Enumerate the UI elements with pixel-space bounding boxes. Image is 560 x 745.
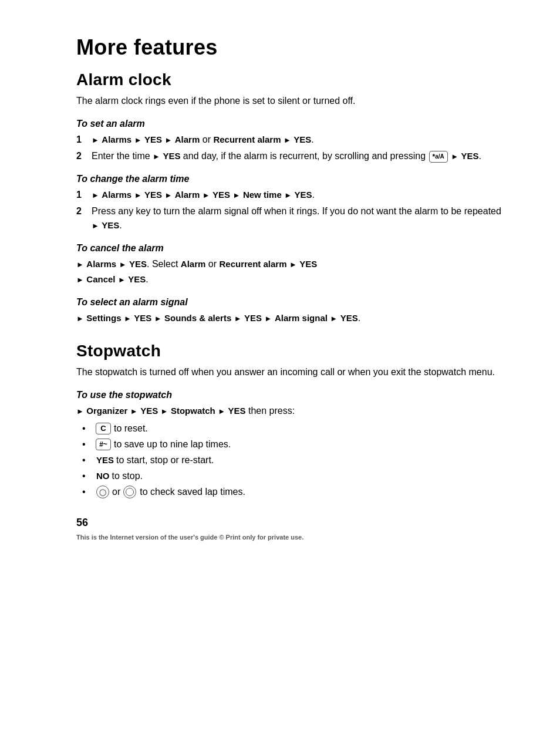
bullet-reset: • C to reset. xyxy=(82,422,501,436)
change-alarm-step2: 2 Press any key to turn the alarm signal… xyxy=(76,204,501,232)
bullet-no: • NO to stop. xyxy=(82,469,501,483)
nav-down-icon xyxy=(123,486,136,498)
change-alarm-step1: 1 ► Alarms ► YES ► Alarm ► YES ► New tim… xyxy=(76,188,501,202)
stopwatch-bullet-list: • C to reset. • #~ to save up to nine la… xyxy=(82,422,501,499)
set-alarm-heading: To set an alarm xyxy=(76,119,501,129)
select-signal-heading: To select an alarm signal xyxy=(76,297,501,308)
cancel-alarm-body: ► Alarms ► YES. Select Alarm or Recurren… xyxy=(76,257,501,286)
set-alarm-step1: 1 ► Alarms ► YES ► Alarm or Recurrent al… xyxy=(76,133,501,147)
use-stopwatch-heading: To use the stopwatch xyxy=(76,390,501,400)
stopwatch-heading: Stopwatch xyxy=(76,342,501,360)
change-alarm-heading: To change the alarm time xyxy=(76,174,501,184)
footer-text: This is the Internet version of the user… xyxy=(76,534,501,541)
use-stopwatch-intro: ► Organizer ► YES ► Stopwatch ► YES then… xyxy=(76,404,501,418)
star-key: *a/A xyxy=(429,151,448,163)
select-signal-body: ► Settings ► YES ► Sounds & alerts ► YES… xyxy=(76,311,501,325)
page-number: 56 xyxy=(76,517,501,529)
set-alarm-step2: 2 Enter the time ► YES and day, if the a… xyxy=(76,149,501,163)
alarm-clock-intro: The alarm clock rings even if the phone … xyxy=(76,94,501,108)
bullet-lap: • #~ to save up to nine lap times. xyxy=(82,437,501,451)
cancel-alarm-heading: To cancel the alarm xyxy=(76,243,501,254)
stopwatch-intro: The stopwatch is turned off when you ans… xyxy=(76,365,501,379)
hash-key: #~ xyxy=(96,439,111,450)
page-title: More features xyxy=(76,35,501,60)
bullet-nav: • ◯ or to check saved lap times. xyxy=(82,485,501,499)
alarm-clock-heading: Alarm clock xyxy=(76,70,501,89)
bullet-yes: • YES to start, stop or re-start. xyxy=(82,453,501,467)
nav-up-icon: ◯ xyxy=(96,486,109,498)
c-key: C xyxy=(96,423,111,434)
